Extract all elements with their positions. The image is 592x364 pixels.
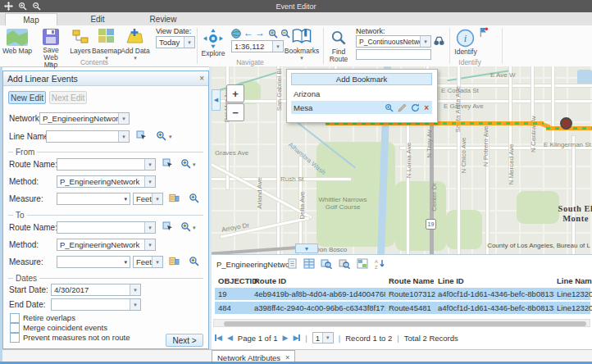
add-bookmark-button[interactable]: Add Bookmark <box>291 73 432 85</box>
open-table-icon[interactable] <box>303 258 315 269</box>
add-data-button[interactable]: Add Data <box>120 48 151 55</box>
page-number-select[interactable]: 1▾ <box>312 332 334 344</box>
last-page-button[interactable]: ▶ <box>293 334 300 342</box>
zoom-out-map-icon[interactable] <box>280 29 290 39</box>
col-header-objectid[interactable]: OBJECTID <box>218 276 257 285</box>
prevent-measures-checkbox[interactable] <box>10 333 20 343</box>
next-edit-button[interactable]: Next Edit <box>49 91 87 104</box>
first-page-button[interactable]: ◀ <box>215 334 222 342</box>
globe-icon[interactable] <box>231 29 241 39</box>
select-on-map-icon[interactable] <box>136 130 148 141</box>
edit-bookmark-icon[interactable] <box>398 103 407 112</box>
bookmark-item-mesa[interactable]: Mesa × <box>291 101 432 114</box>
route-end-marker[interactable] <box>560 117 572 130</box>
bookmark-item-arizona[interactable]: Arizona <box>291 88 432 99</box>
web-map-button[interactable]: Web Map <box>0 48 34 55</box>
to-method-select[interactable]: P_EngineeringNetwork▾ <box>57 239 156 251</box>
search-measure-icon[interactable] <box>189 256 199 266</box>
prev-page-button[interactable]: ◀ <box>227 334 233 342</box>
col-header-route-name[interactable]: Route Name <box>389 276 434 285</box>
basemap-button[interactable]: Basemap <box>92 48 121 55</box>
horizontal-scrollbar[interactable] <box>213 319 590 327</box>
chevron-down-icon[interactable]: ▾ <box>124 196 127 202</box>
explore-button[interactable]: Explore <box>198 50 228 57</box>
select-record-icon[interactable] <box>287 258 298 269</box>
tab-review[interactable]: Review <box>138 13 189 25</box>
from-method-select[interactable]: P_EngineeringNetwork▾ <box>57 175 156 188</box>
tab-map[interactable]: Map <box>5 13 57 26</box>
select-on-map-icon[interactable] <box>162 221 174 232</box>
from-route-name-select[interactable]: ▾ <box>57 158 156 171</box>
end-date-select[interactable]: ▾ <box>51 298 141 311</box>
refresh-bookmark-icon[interactable] <box>411 103 420 112</box>
chevron-down-icon[interactable]: ▾ <box>124 259 127 266</box>
network-select[interactable]: P_EngineeringNetwork▾ <box>39 112 130 125</box>
search-route-icon[interactable] <box>180 221 191 232</box>
col-header-line-name[interactable]: Line Name <box>557 276 592 285</box>
collapse-table-button[interactable]: ▼ <box>295 243 318 253</box>
map-zoom-in-button[interactable]: + <box>226 84 244 102</box>
to-unit-select[interactable]: Feet▾ <box>133 256 163 268</box>
retire-overlaps-checkbox[interactable] <box>10 313 20 323</box>
remove-bookmark-icon[interactable]: × <box>424 103 429 112</box>
sort-records-icon[interactable]: AZ <box>374 258 385 269</box>
start-date-select[interactable]: 4/30/2017▾ <box>51 284 141 296</box>
find-route-network-select[interactable]: P_ContinuousNetwork▾ <box>356 35 431 48</box>
search-route-icon[interactable] <box>180 158 191 169</box>
back-arrow-icon[interactable]: ← <box>244 27 253 39</box>
add-data-icon[interactable] <box>125 28 144 44</box>
search-line-caret[interactable]: ▾ <box>169 134 172 139</box>
switch-selection-icon[interactable] <box>357 258 368 269</box>
find-route-icon[interactable] <box>331 30 346 45</box>
bookmarks-icon[interactable] <box>292 29 312 44</box>
close-panel-icon[interactable]: × <box>199 74 204 83</box>
table-row[interactable]: 484 a398ff4c-2940-4c00-96b6-c6343f8f1711… <box>215 302 590 314</box>
merge-coincident-checkbox[interactable] <box>10 323 20 333</box>
collapse-panel-left-button[interactable]: ◀ <box>212 89 221 111</box>
zoom-in-map-icon[interactable] <box>268 29 278 39</box>
layers-button[interactable]: Layers <box>67 48 93 55</box>
save-web-map-icon[interactable] <box>43 29 59 45</box>
close-tab-icon[interactable]: × <box>285 353 289 362</box>
new-edit-button[interactable]: New Edit <box>8 91 46 104</box>
identify-flag-icon[interactable] <box>479 27 489 38</box>
search-route-caret[interactable]: ▾ <box>193 162 196 167</box>
from-unit-select[interactable]: Feet▾ <box>133 193 163 205</box>
bookmarks-button[interactable]: Bookmarks <box>284 48 320 55</box>
pan-to-selected-icon[interactable] <box>339 258 350 269</box>
zoom-in-icon[interactable] <box>18 2 28 11</box>
search-line-icon[interactable] <box>156 130 166 141</box>
view-date-select[interactable]: Today▾ <box>156 36 195 48</box>
basemap-icon[interactable] <box>98 29 115 44</box>
to-route-name-select[interactable]: ▾ <box>57 221 156 234</box>
explore-icon[interactable] <box>203 29 223 48</box>
measure-tool-icon[interactable] <box>169 256 180 266</box>
from-measure-input[interactable]: ▾ <box>57 193 130 205</box>
next-page-button[interactable]: ▶ <box>282 334 288 342</box>
tab-edit[interactable]: Edit <box>72 13 123 25</box>
search-route-caret[interactable]: ▾ <box>193 225 196 230</box>
col-header-route-id[interactable]: Route ID <box>254 276 286 285</box>
forward-arrow-icon[interactable]: → <box>255 27 265 39</box>
scrollbar-thumb[interactable] <box>224 321 586 326</box>
find-route-button[interactable]: Find Route <box>326 48 351 63</box>
zoom-out-icon[interactable] <box>32 2 42 11</box>
identify-icon[interactable]: i <box>456 29 475 48</box>
to-measure-input[interactable]: ▾ <box>57 256 130 268</box>
col-header-line-id[interactable]: Line ID <box>438 276 464 285</box>
zoom-to-bookmark-icon[interactable] <box>385 103 394 112</box>
measure-tool-icon[interactable] <box>169 193 180 203</box>
map-zoom-out-button[interactable]: − <box>226 103 244 121</box>
pan-icon[interactable] <box>4 2 14 11</box>
web-map-icon[interactable] <box>7 29 28 46</box>
identify-button[interactable]: Identify <box>451 48 480 56</box>
table-row[interactable]: 19 4eb9419b-af8b-4d04-ab69-1d400476802b … <box>215 288 590 300</box>
layers-icon[interactable] <box>72 30 89 44</box>
next-button[interactable]: Next > <box>166 334 203 347</box>
zoom-to-selected-icon[interactable] <box>321 258 332 269</box>
binoculars-icon[interactable] <box>434 36 444 46</box>
map-scale-select[interactable]: 1:36,112▾ <box>231 40 284 52</box>
find-route-value-input[interactable] <box>356 49 431 60</box>
search-measure-icon[interactable] <box>189 193 199 203</box>
select-on-map-icon[interactable] <box>162 158 174 169</box>
